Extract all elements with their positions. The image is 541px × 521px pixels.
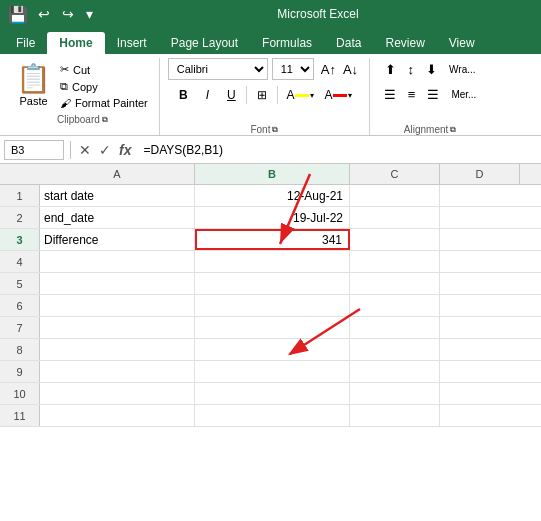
tab-insert[interactable]: Insert bbox=[105, 32, 159, 54]
align-left-button[interactable]: ☰ bbox=[379, 83, 401, 105]
table-row: 8 bbox=[0, 339, 541, 361]
cell-c11[interactable] bbox=[350, 405, 440, 426]
cell-c3[interactable] bbox=[350, 229, 440, 250]
cell-d5[interactable] bbox=[440, 273, 520, 294]
cell-a11[interactable] bbox=[40, 405, 195, 426]
cell-b5[interactable] bbox=[195, 273, 350, 294]
font-expand-icon[interactable]: ⧉ bbox=[272, 125, 278, 135]
redo-icon[interactable]: ↪ bbox=[58, 4, 78, 24]
tab-view[interactable]: View bbox=[437, 32, 487, 54]
formula-bar: B3 ✕ ✓ fx bbox=[0, 136, 541, 164]
underline-button[interactable]: U bbox=[220, 84, 242, 106]
cell-d7[interactable] bbox=[440, 317, 520, 338]
cell-a8[interactable] bbox=[40, 339, 195, 360]
tab-file[interactable]: File bbox=[4, 32, 47, 54]
cell-c9[interactable] bbox=[350, 361, 440, 382]
font-size-decrease-button[interactable]: A↓ bbox=[340, 61, 361, 78]
font-name-select[interactable]: Calibri bbox=[168, 58, 268, 80]
tab-review[interactable]: Review bbox=[373, 32, 436, 54]
font-size-select[interactable]: 11 bbox=[272, 58, 314, 80]
fill-dropdown-icon[interactable]: ▾ bbox=[310, 91, 314, 100]
title-bar: 💾 ↩ ↪ ▾ Microsoft Excel bbox=[0, 0, 541, 28]
cell-b8[interactable] bbox=[195, 339, 350, 360]
format-painter-button[interactable]: 🖌 Format Painter bbox=[57, 96, 151, 110]
cell-c1[interactable] bbox=[350, 185, 440, 206]
cell-c7[interactable] bbox=[350, 317, 440, 338]
font-name-row: Calibri 11 A↑ A↓ bbox=[168, 58, 361, 80]
cut-icon: ✂ bbox=[60, 63, 69, 76]
alignment-group-label: Alignment bbox=[404, 124, 448, 135]
cell-d11[interactable] bbox=[440, 405, 520, 426]
font-size-increase-button[interactable]: A↑ bbox=[318, 61, 339, 78]
cancel-formula-icon[interactable]: ✕ bbox=[77, 140, 93, 160]
align-top-button[interactable]: ⬆ bbox=[380, 58, 401, 80]
tab-formulas[interactable]: Formulas bbox=[250, 32, 324, 54]
align-center-button[interactable]: ≡ bbox=[403, 83, 421, 105]
formula-input[interactable] bbox=[137, 141, 537, 159]
cell-b10[interactable] bbox=[195, 383, 350, 404]
cell-d3[interactable] bbox=[440, 229, 520, 250]
wrap-text-button[interactable]: Wra... bbox=[444, 58, 480, 80]
cell-b4[interactable] bbox=[195, 251, 350, 272]
column-headers: A B C D bbox=[0, 164, 541, 185]
cell-a5[interactable] bbox=[40, 273, 195, 294]
merge-button[interactable]: Mer... bbox=[446, 83, 481, 105]
tab-data[interactable]: Data bbox=[324, 32, 373, 54]
cell-d1[interactable] bbox=[440, 185, 520, 206]
col-header-b[interactable]: B bbox=[195, 164, 350, 184]
cell-b2[interactable]: 19-Jul-22 bbox=[195, 207, 350, 228]
cell-a2[interactable]: end_date bbox=[40, 207, 195, 228]
cell-a4[interactable] bbox=[40, 251, 195, 272]
cell-c4[interactable] bbox=[350, 251, 440, 272]
paste-button[interactable]: 📋 Paste bbox=[10, 58, 57, 111]
fill-color-button[interactable]: A ▾ bbox=[282, 87, 318, 103]
cell-d2[interactable] bbox=[440, 207, 520, 228]
bold-button[interactable]: B bbox=[172, 84, 194, 106]
alignment-expand-icon[interactable]: ⧉ bbox=[450, 125, 456, 135]
cell-c10[interactable] bbox=[350, 383, 440, 404]
col-header-a[interactable]: A bbox=[40, 164, 195, 184]
cell-b3[interactable]: 341 bbox=[195, 229, 350, 250]
undo-icon[interactable]: ↩ bbox=[34, 4, 54, 24]
cell-d9[interactable] bbox=[440, 361, 520, 382]
italic-button[interactable]: I bbox=[196, 84, 218, 106]
align-right-button[interactable]: ☰ bbox=[422, 83, 444, 105]
align-bottom-button[interactable]: ⬇ bbox=[421, 58, 442, 80]
save-icon[interactable]: 💾 bbox=[8, 5, 28, 24]
col-header-c[interactable]: C bbox=[350, 164, 440, 184]
font-color-button[interactable]: A ▾ bbox=[320, 87, 356, 103]
col-header-d[interactable]: D bbox=[440, 164, 520, 184]
copy-button[interactable]: ⧉ Copy bbox=[57, 79, 151, 94]
cell-d8[interactable] bbox=[440, 339, 520, 360]
tab-home[interactable]: Home bbox=[47, 32, 104, 54]
font-color-dropdown-icon[interactable]: ▾ bbox=[348, 91, 352, 100]
cell-b9[interactable] bbox=[195, 361, 350, 382]
cell-c8[interactable] bbox=[350, 339, 440, 360]
cell-b11[interactable] bbox=[195, 405, 350, 426]
cut-button[interactable]: ✂ Cut bbox=[57, 62, 151, 77]
cell-d6[interactable] bbox=[440, 295, 520, 316]
tab-page-layout[interactable]: Page Layout bbox=[159, 32, 250, 54]
cell-c2[interactable] bbox=[350, 207, 440, 228]
cell-c5[interactable] bbox=[350, 273, 440, 294]
cell-a7[interactable] bbox=[40, 317, 195, 338]
cell-d10[interactable] bbox=[440, 383, 520, 404]
cell-reference-box[interactable]: B3 bbox=[4, 140, 64, 160]
border-button[interactable]: ⊞ bbox=[251, 84, 273, 106]
align-middle-button[interactable]: ↕ bbox=[403, 58, 420, 80]
more-icon[interactable]: ▾ bbox=[82, 4, 97, 24]
cell-b7[interactable] bbox=[195, 317, 350, 338]
cell-a3[interactable]: Difference bbox=[40, 229, 195, 250]
cell-c6[interactable] bbox=[350, 295, 440, 316]
cell-b1[interactable]: 12-Aug-21 bbox=[195, 185, 350, 206]
cell-a9[interactable] bbox=[40, 361, 195, 382]
cell-b6[interactable] bbox=[195, 295, 350, 316]
cell-a10[interactable] bbox=[40, 383, 195, 404]
fx-icon[interactable]: fx bbox=[117, 140, 133, 160]
cell-a6[interactable] bbox=[40, 295, 195, 316]
cell-a1[interactable]: start date bbox=[40, 185, 195, 206]
confirm-formula-icon[interactable]: ✓ bbox=[97, 140, 113, 160]
cell-d4[interactable] bbox=[440, 251, 520, 272]
font-group-label: Font bbox=[250, 124, 270, 135]
clipboard-expand-icon[interactable]: ⧉ bbox=[102, 115, 108, 125]
